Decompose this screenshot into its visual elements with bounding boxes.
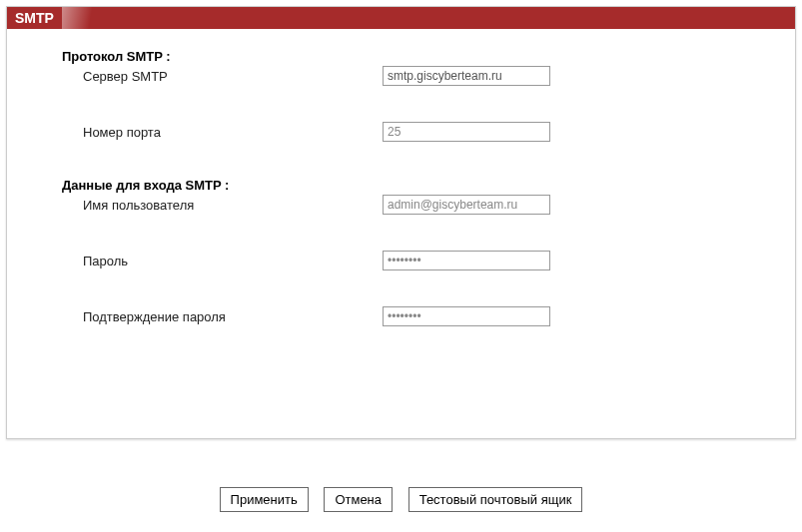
row-port: Номер порта bbox=[7, 122, 795, 142]
test-mailbox-button[interactable]: Тестовый почтовый ящик bbox=[408, 487, 583, 512]
input-password[interactable] bbox=[383, 251, 550, 270]
label-smtp-server: Сервер SMTP bbox=[83, 69, 383, 84]
section-protocol-title: Протокол SMTP : bbox=[62, 49, 795, 64]
input-username[interactable] bbox=[383, 195, 550, 215]
section-login-title: Данные для входа SMTP : bbox=[62, 178, 795, 193]
row-smtp-server: Сервер SMTP bbox=[7, 66, 795, 86]
input-confirm-password[interactable] bbox=[383, 306, 550, 326]
label-confirm-password: Подтверждение пароля bbox=[83, 309, 383, 324]
apply-button[interactable]: Применить bbox=[220, 487, 309, 512]
label-password: Пароль bbox=[83, 254, 383, 268]
input-port[interactable] bbox=[383, 122, 550, 142]
input-smtp-server[interactable] bbox=[383, 66, 550, 86]
label-username: Имя пользователя bbox=[83, 198, 383, 213]
row-password: Пароль bbox=[7, 251, 795, 270]
panel-body: Протокол SMTP : Сервер SMTP Номер порта … bbox=[7, 29, 795, 438]
button-bar: Применить Отмена Тестовый почтовый ящик bbox=[0, 439, 802, 512]
label-port: Номер порта bbox=[83, 125, 383, 140]
cancel-button[interactable]: Отмена bbox=[324, 487, 393, 512]
row-confirm-password: Подтверждение пароля bbox=[7, 306, 795, 326]
panel-header: SMTP bbox=[7, 7, 795, 29]
row-username: Имя пользователя bbox=[7, 195, 795, 215]
panel-title: SMTP bbox=[15, 10, 54, 26]
smtp-settings-panel: SMTP Протокол SMTP : Сервер SMTP Номер п… bbox=[6, 6, 796, 439]
